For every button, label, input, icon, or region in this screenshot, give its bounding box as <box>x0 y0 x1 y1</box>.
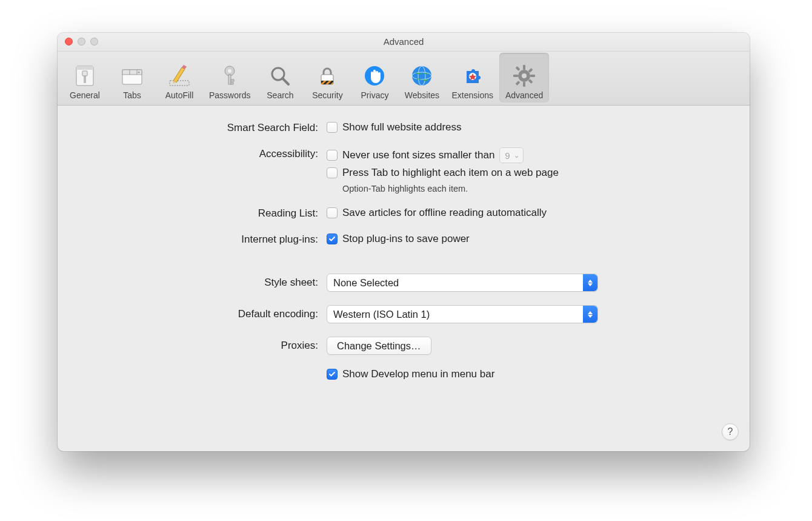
show-develop-menu-label: Show Develop menu in menu bar <box>342 368 494 380</box>
advanced-pane: Smart Search Field: Show full website ad… <box>58 106 750 392</box>
svg-rect-3 <box>82 71 87 76</box>
style-sheet-label: Style sheet: <box>76 274 318 292</box>
magnifier-icon <box>267 62 293 89</box>
tab-label: General <box>70 90 100 100</box>
svg-rect-17 <box>231 82 233 84</box>
tab-label: Privacy <box>361 90 389 100</box>
encoding-value: Western (ISO Latin 1) <box>333 309 430 320</box>
tab-security[interactable]: Security <box>304 53 351 103</box>
key-icon <box>216 62 243 89</box>
titlebar: Advanced <box>58 33 750 52</box>
svg-rect-22 <box>321 81 333 84</box>
proxies-label: Proxies: <box>76 337 318 355</box>
tab-passwords[interactable]: Passwords <box>203 53 256 103</box>
tab-label: Search <box>267 90 293 100</box>
window-zoom-button[interactable] <box>90 38 98 45</box>
svg-rect-9 <box>170 81 189 86</box>
svg-point-39 <box>522 73 527 78</box>
style-sheet-select[interactable]: None Selected <box>327 274 598 292</box>
tabs-icon: + <box>119 62 145 89</box>
stop-plugins-checkbox[interactable] <box>327 234 338 244</box>
help-button[interactable]: ? <box>722 423 739 440</box>
preferences-window: Advanced General <box>58 33 750 451</box>
tab-privacy[interactable]: Privacy <box>351 53 398 103</box>
plugins-label: Internet plug-ins: <box>76 233 318 246</box>
svg-text:+: + <box>138 70 140 75</box>
offline-reading-label: Save articles for offline reading automa… <box>342 207 547 219</box>
help-glyph: ? <box>728 426 733 437</box>
window-title: Advanced <box>58 33 750 51</box>
min-font-checkbox[interactable] <box>327 150 338 161</box>
svg-rect-16 <box>231 79 234 81</box>
tab-label: Security <box>312 90 343 100</box>
stop-plugins-label: Stop plug-ins to save power <box>342 233 470 245</box>
show-full-url-label: Show full website address <box>342 121 462 133</box>
preferences-toolbar: General + Tabs <box>58 52 750 106</box>
tab-label: Passwords <box>209 90 250 100</box>
tab-advanced[interactable]: Advanced <box>499 53 549 103</box>
svg-rect-15 <box>228 75 231 84</box>
option-tab-hint: Option-Tab highlights each item. <box>342 184 468 193</box>
pencil-field-icon <box>166 62 193 89</box>
default-encoding-select[interactable]: Western (ISO Latin 1) <box>327 305 598 323</box>
accessibility-label: Accessibility: <box>76 147 318 193</box>
svg-rect-34 <box>530 75 535 77</box>
smart-search-label: Smart Search Field: <box>76 121 318 134</box>
select-stepper-icon <box>583 306 597 323</box>
button-label: Change Settings… <box>337 340 421 352</box>
globe-icon <box>408 62 435 89</box>
min-font-label: Never use font sizes smaller than <box>342 149 494 161</box>
tab-label: Advanced <box>505 90 543 100</box>
svg-point-25 <box>412 66 431 86</box>
show-full-url-checkbox[interactable] <box>327 122 338 133</box>
show-develop-menu-checkbox[interactable] <box>327 369 338 380</box>
svg-rect-1 <box>76 66 93 70</box>
tab-websites[interactable]: Websites <box>398 53 445 103</box>
svg-rect-38 <box>516 81 521 86</box>
lock-icon <box>314 62 341 89</box>
svg-rect-35 <box>516 66 521 71</box>
svg-rect-32 <box>523 82 525 87</box>
min-font-size-dropdown[interactable]: 9 ⌄ <box>499 147 523 163</box>
reading-list-label: Reading List: <box>76 207 318 220</box>
tab-autofill[interactable]: AutoFill <box>156 53 203 103</box>
tab-general[interactable]: General <box>61 53 108 103</box>
svg-line-19 <box>282 78 288 84</box>
window-close-button[interactable] <box>65 38 73 45</box>
press-tab-label: Press Tab to highlight each item on a we… <box>342 167 559 179</box>
chevron-down-icon: ⌄ <box>514 152 519 160</box>
style-sheet-value: None Selected <box>333 277 399 289</box>
svg-point-14 <box>228 69 231 73</box>
svg-rect-31 <box>523 65 525 70</box>
tab-extensions[interactable]: Extensions <box>445 53 499 103</box>
tab-label: Tabs <box>123 90 141 100</box>
encoding-label: Default encoding: <box>76 305 318 323</box>
tab-search[interactable]: Search <box>256 53 304 103</box>
tab-label: AutoFill <box>165 90 194 100</box>
offline-reading-checkbox[interactable] <box>327 207 338 218</box>
hand-icon <box>361 62 388 89</box>
change-proxy-settings-button[interactable]: Change Settings… <box>327 337 431 355</box>
switch-icon <box>72 62 98 89</box>
min-font-size-value: 9 <box>505 150 510 161</box>
tab-label: Websites <box>405 90 439 100</box>
tab-label: Extensions <box>451 90 493 100</box>
select-stepper-icon <box>583 274 597 291</box>
svg-marker-10 <box>173 67 185 82</box>
svg-rect-33 <box>513 75 518 77</box>
window-minimize-button[interactable] <box>78 38 85 45</box>
gear-icon <box>511 62 537 89</box>
press-tab-checkbox[interactable] <box>327 167 338 178</box>
puzzle-icon <box>459 62 486 89</box>
tab-tabs[interactable]: + Tabs <box>108 53 156 103</box>
